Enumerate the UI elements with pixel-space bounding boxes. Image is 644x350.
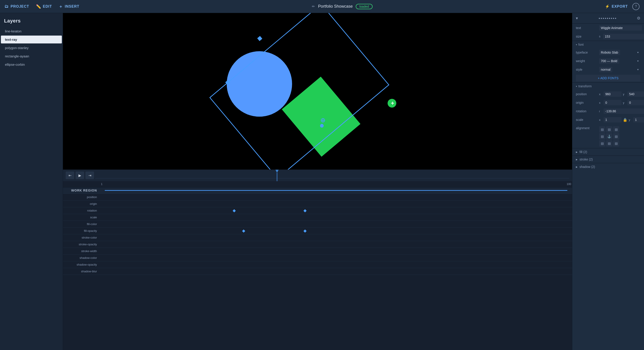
- tl-label-origin: origin: [63, 202, 100, 205]
- main-area: Layers line-keaton text-ray polygon-stan…: [0, 13, 644, 350]
- text-input[interactable]: [599, 25, 642, 31]
- ruler-svg: [95, 172, 569, 179]
- timeline-row-position: position: [63, 194, 572, 201]
- origin-y-label: y: [623, 101, 626, 104]
- align-ml-button[interactable]: ▤: [599, 133, 605, 140]
- position-x-input[interactable]: [604, 91, 622, 97]
- topbar-center: ✏ Portfolio Showcase loaded: [86, 4, 598, 9]
- tl-track-fill-opacity[interactable]: [100, 228, 572, 234]
- edit-button[interactable]: ✏️ EDIT: [36, 4, 52, 9]
- forward-frame-button[interactable]: ⇥: [86, 172, 94, 179]
- lock-icon[interactable]: 🔒: [623, 118, 627, 122]
- scale-x-input[interactable]: [604, 117, 622, 122]
- add-fonts-button[interactable]: + ADD FONTS: [576, 75, 640, 82]
- tl-track-rotation[interactable]: [100, 207, 572, 214]
- timeline-numbers-row: 1 100: [63, 181, 572, 187]
- origin-y-input[interactable]: [627, 100, 644, 105]
- folder-icon: 🗂: [4, 4, 9, 9]
- transform-section-header[interactable]: ▾ transform: [572, 82, 644, 90]
- tl-track-stroke-color[interactable]: [100, 234, 572, 241]
- origin-x-input[interactable]: [604, 100, 622, 105]
- stroke-section-row[interactable]: ▶ stroke (2): [572, 156, 644, 163]
- cursor-plus-text: +: [391, 100, 394, 106]
- origin-label: origin: [576, 101, 597, 104]
- layer-item-polygon-stanley[interactable]: polygon-stanley: [1, 44, 62, 52]
- align-tc-button[interactable]: ▤: [606, 126, 612, 133]
- align-bl-button[interactable]: ▤: [599, 140, 605, 147]
- gear-icon[interactable]: ⚙: [637, 16, 640, 21]
- keyframe-rotation-2[interactable]: [303, 209, 306, 212]
- typeface-label: typeface: [576, 51, 597, 54]
- rotation-label: rotation: [576, 109, 597, 113]
- timeline-row-stroke-opacity: stroke-opacity: [63, 241, 572, 248]
- tl-track-scale[interactable]: [100, 214, 572, 221]
- scale-y-input[interactable]: [633, 117, 644, 122]
- keyframe-rotation-1[interactable]: [232, 209, 236, 212]
- shadow-section-row[interactable]: ▶ shadow (2): [572, 163, 644, 170]
- fill-chevron-icon: ▶: [576, 151, 578, 153]
- font-section-header[interactable]: ▾ font: [572, 41, 644, 48]
- export-button[interactable]: ⚡ EXPORT: [605, 4, 628, 9]
- tl-track-position[interactable]: [100, 194, 572, 200]
- layer-item-rectangle-ayaan[interactable]: rectangle-ayaan: [1, 52, 62, 60]
- chevron-down-icon[interactable]: ▾: [576, 16, 578, 21]
- layer-item-line-keaton[interactable]: line-keaton: [1, 27, 62, 35]
- timeline-row-stroke-color: stroke-color: [63, 234, 572, 241]
- handle-tl: [257, 36, 262, 41]
- tl-track-shadow-color[interactable]: [100, 255, 572, 261]
- tl-track-shadow-blur[interactable]: [100, 268, 572, 275]
- style-select[interactable]: normal: [599, 67, 612, 72]
- tl-track-shadow-opacity[interactable]: [100, 261, 572, 268]
- play-button[interactable]: ▶: [76, 172, 84, 179]
- rectangle-shape: [282, 77, 360, 157]
- alignment-top-row: ▤ ▤ ▤: [599, 126, 619, 133]
- position-x-label: x: [599, 93, 602, 96]
- align-bc-button[interactable]: ▤: [606, 140, 612, 147]
- tl-track-origin[interactable]: [100, 201, 572, 207]
- layers-header: Layers: [0, 13, 63, 27]
- tl-label-stroke-width: stroke-width: [63, 249, 100, 253]
- transform-section-label: transform: [578, 84, 592, 88]
- timeline-row-origin: origin: [63, 201, 572, 207]
- layer-item-text-ray[interactable]: text-ray: [1, 36, 62, 44]
- project-button[interactable]: 🗂 PROJECT: [4, 4, 29, 9]
- tl-track-stroke-width[interactable]: [100, 248, 572, 254]
- tl-track-stroke-opacity[interactable]: [100, 241, 572, 248]
- keyframe-fill-opacity-1[interactable]: [242, 229, 245, 232]
- ruler-area[interactable]: [95, 170, 569, 181]
- size-input[interactable]: [603, 34, 644, 39]
- timeline-row-stroke-width: stroke-width: [63, 248, 572, 255]
- timeline-row-shadow-opacity: shadow-opacity: [63, 261, 572, 268]
- layer-item-ellipse-corbin[interactable]: ellipse-corbin: [1, 61, 62, 69]
- rotation-property-row: rotation r: [572, 107, 644, 116]
- align-br-button[interactable]: ▤: [613, 140, 619, 147]
- canvas-viewport[interactable]: +: [63, 13, 572, 169]
- tl-track-fill-color[interactable]: [100, 221, 572, 227]
- align-tr-button[interactable]: ▤: [613, 126, 619, 133]
- fill-section-row[interactable]: ▶ fill (2): [572, 148, 644, 156]
- weight-select-wrapper: 700 — Bold: [599, 58, 640, 64]
- back-frame-button[interactable]: ⇤: [66, 172, 74, 179]
- help-button[interactable]: ?: [632, 3, 640, 10]
- typeface-select-wrapper: Roboto Slab: [599, 50, 640, 55]
- alignment-bottom-row: ▤ ▤ ▤: [599, 140, 619, 147]
- plus-icon: ＋: [59, 4, 63, 9]
- position-y-input[interactable]: [627, 91, 644, 97]
- align-mr-button[interactable]: ▤: [613, 133, 619, 140]
- align-mc-button[interactable]: ⚓: [606, 133, 612, 140]
- origin-property-row: origin x y: [572, 98, 644, 107]
- keyframe-fill-opacity-2[interactable]: [303, 229, 306, 232]
- insert-button[interactable]: ＋ INSERT: [59, 4, 80, 9]
- stroke-chevron-icon: ▶: [576, 158, 578, 161]
- weight-label: weight: [576, 59, 597, 63]
- dots-grid-icon: [580, 18, 634, 19]
- work-region-track[interactable]: [100, 187, 572, 194]
- align-tl-button[interactable]: ▤: [599, 126, 605, 133]
- style-select-wrapper: normal: [599, 67, 640, 72]
- rotation-r-input[interactable]: [604, 109, 644, 114]
- alignment-label: alignment: [576, 126, 597, 130]
- typeface-select[interactable]: Roboto Slab: [599, 50, 620, 55]
- transform-chevron-icon: ▾: [576, 85, 577, 88]
- tl-label-shadow-opacity: shadow-opacity: [63, 263, 100, 266]
- weight-select[interactable]: 700 — Bold: [599, 58, 619, 64]
